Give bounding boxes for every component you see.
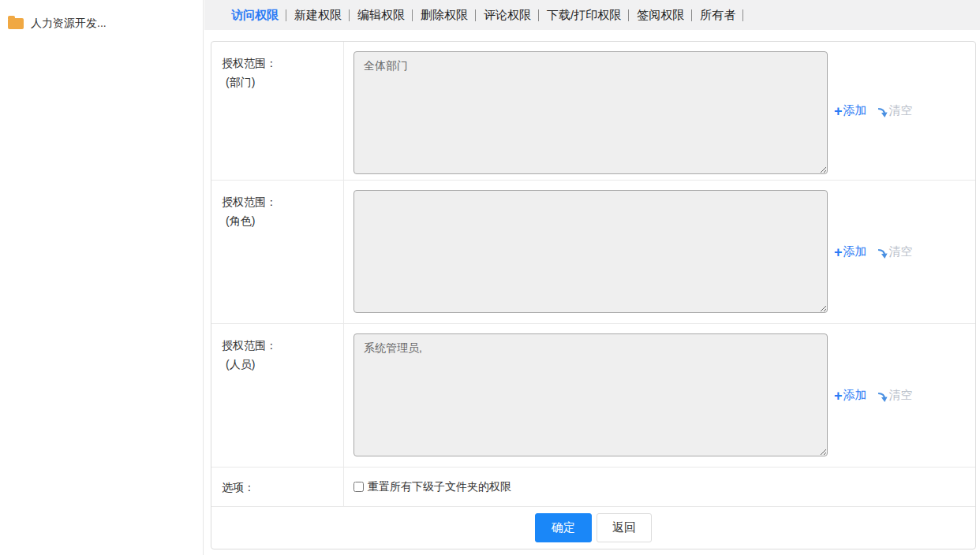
plus-icon: + [834,106,843,117]
tab-delete-permission[interactable]: 删除权限 [421,8,468,23]
form-row-options: 选项： 重置所有下级子文件夹的权限 [211,467,975,507]
folder-label: 人力资源开发... [31,17,107,31]
role-scope-textarea[interactable] [353,190,828,313]
form-row-department: 授权范围： (部门) 全体部门 +添加 清空 [211,42,975,181]
tab-separator [691,9,692,21]
tab-separator [628,9,629,21]
reset-subfolder-permissions-label: 重置所有下级子文件夹的权限 [368,480,511,494]
plus-icon: + [834,247,843,258]
clear-arrow-icon [877,106,888,117]
tab-separator [412,9,413,21]
clear-arrow-icon [877,391,888,402]
tab-separator [742,9,743,21]
department-scope-textarea[interactable]: 全体部门 [353,51,828,174]
add-personnel-link[interactable]: +添加 [834,388,867,403]
back-button[interactable]: 返回 [597,513,652,542]
tab-separator [475,9,476,21]
tab-access-permission[interactable]: 访问权限 [231,8,279,23]
clear-personnel-link[interactable]: 清空 [877,388,913,403]
clear-role-link[interactable]: 清空 [877,244,913,259]
sidebar-item-folder[interactable]: 人力资源开发... [0,0,203,31]
permission-form-panel: 授权范围： (部门) 全体部门 +添加 清空 授权范围： (角色) +添加 [211,41,976,549]
add-department-link[interactable]: +添加 [834,103,867,118]
clear-department-link[interactable]: 清空 [877,103,913,118]
tab-separator [286,9,286,21]
clear-arrow-icon [877,248,888,259]
add-role-link[interactable]: +添加 [834,244,867,259]
permission-tabbar: 访问权限 新建权限 编辑权限 删除权限 评论权限 下载/打印权限 签阅权限 所有… [204,0,980,30]
plus-icon: + [834,390,843,401]
confirm-button[interactable]: 确定 [535,513,592,542]
form-row-role: 授权范围： (角色) +添加 清空 [211,181,975,324]
form-row-buttons: 确定 返回 [211,507,975,549]
form-row-personnel: 授权范围： (人员) 系统管理员, +添加 清空 [211,324,975,467]
tab-edit-permission[interactable]: 编辑权限 [357,8,405,23]
tab-separator [349,9,350,21]
tab-create-permission[interactable]: 新建权限 [294,8,342,23]
options-label: 选项： [211,467,344,506]
tab-download-print-permission[interactable]: 下载/打印权限 [547,8,621,23]
reset-subfolder-permissions-checkbox[interactable] [353,482,364,492]
folder-icon [8,18,24,29]
personnel-scope-textarea[interactable]: 系统管理员, [353,333,828,456]
tab-owner[interactable]: 所有者 [700,8,735,23]
personnel-scope-label: 授权范围： (人员) [211,324,344,467]
tab-sign-read-permission[interactable]: 签阅权限 [637,8,684,23]
role-scope-label: 授权范围： (角色) [211,181,344,323]
tab-comment-permission[interactable]: 评论权限 [484,8,531,23]
tab-separator [538,9,539,21]
department-scope-label: 授权范围： (部门) [211,42,344,180]
sidebar: 人力资源开发... [0,0,204,555]
